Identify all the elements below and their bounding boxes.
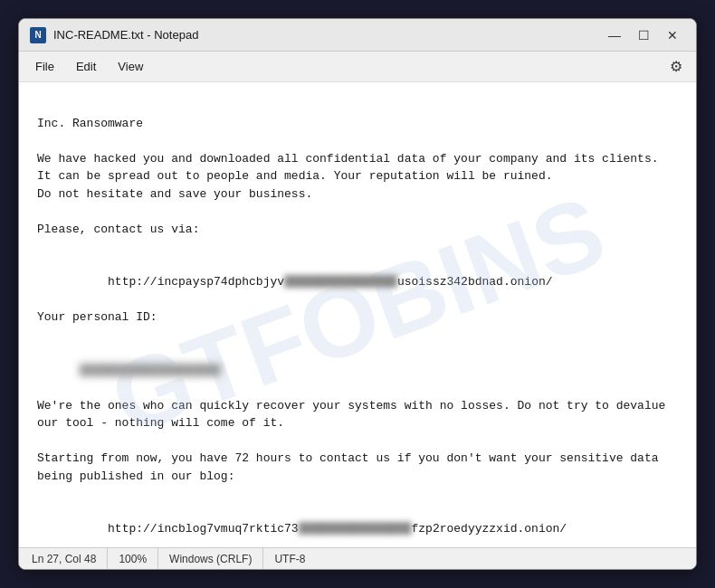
para1: We have hacked you and downloaded all co… bbox=[37, 152, 659, 201]
url2-start: http://incblog7vmuq7rktic73 bbox=[108, 522, 299, 536]
notepad-window: N INC-README.txt - Notepad — ☐ ✕ File Ed… bbox=[18, 18, 697, 570]
heading-line: Inc. Ransomware bbox=[37, 117, 143, 130]
url2-end: fzp2roedyyzzxid.onion/ bbox=[412, 522, 567, 536]
menu-file[interactable]: File bbox=[26, 56, 63, 77]
menu-bar: File Edit View ⚙ bbox=[19, 52, 696, 82]
url2-blurred: ████████████████ bbox=[299, 522, 412, 536]
window-controls: — ☐ ✕ bbox=[602, 25, 685, 45]
url1-blurred: ████████████████ bbox=[284, 275, 397, 289]
menu-edit[interactable]: Edit bbox=[67, 56, 105, 77]
url2-indent bbox=[80, 522, 108, 536]
personal-id-value: ████████████████████ bbox=[80, 364, 221, 377]
window-title: INC-README.txt - Notepad bbox=[53, 28, 602, 42]
close-button[interactable]: ✕ bbox=[660, 25, 685, 45]
status-bar: Ln 27, Col 48 100% Windows (CRLF) UTF-8 bbox=[19, 547, 696, 569]
para2: We're the ones who can quickly recover y… bbox=[37, 399, 665, 431]
line-ending: Windows (CRLF) bbox=[158, 548, 263, 569]
encoding: UTF-8 bbox=[263, 548, 316, 569]
maximize-button[interactable]: ☐ bbox=[631, 25, 656, 45]
settings-icon[interactable]: ⚙ bbox=[663, 54, 689, 80]
title-bar: N INC-README.txt - Notepad — ☐ ✕ bbox=[19, 19, 696, 52]
para3: Starting from now, you have 72 hours to … bbox=[37, 451, 659, 483]
cursor-position: Ln 27, Col 48 bbox=[28, 548, 108, 569]
url1-indent bbox=[80, 275, 108, 289]
menu-view[interactable]: View bbox=[109, 56, 152, 77]
personal-id-label: Your personal ID: bbox=[37, 310, 157, 324]
app-icon: N bbox=[30, 27, 46, 43]
url1-start: http://incpaysp74dphcbjyv bbox=[108, 275, 284, 289]
text-editor-content[interactable]: GTFOBINS Inc. Ransomware We have hacked … bbox=[19, 82, 696, 547]
minimize-button[interactable]: — bbox=[602, 25, 627, 45]
zoom-level: 100% bbox=[108, 548, 158, 569]
url1-end: usoissz342bdnad.onion/ bbox=[397, 275, 553, 289]
document-text: Inc. Ransomware We have hacked you and d… bbox=[37, 97, 678, 547]
contact-label: Please, contact us via: bbox=[37, 223, 199, 236]
